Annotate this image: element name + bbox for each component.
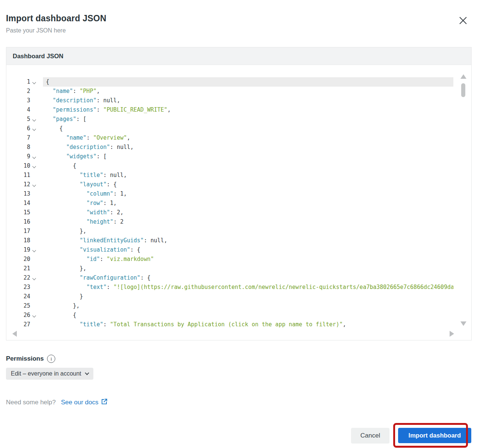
code-line[interactable]: 26 { — [6, 311, 471, 320]
fold-chevron-icon[interactable] — [32, 127, 36, 131]
close-button[interactable] — [457, 15, 469, 27]
fold-column — [30, 143, 38, 152]
line-number: 19 — [6, 245, 30, 255]
code-text: { — [43, 124, 453, 133]
scroll-right-icon[interactable] — [450, 331, 454, 337]
fold-column[interactable] — [30, 180, 38, 189]
fold-column — [30, 227, 38, 236]
code-text: }, — [43, 227, 453, 236]
line-number: 4 — [6, 105, 30, 115]
docs-link-label: See our docs — [61, 399, 98, 406]
code-line[interactable]: 19 "visualization": { — [6, 245, 471, 255]
see-our-docs-link[interactable]: See our docs — [61, 398, 108, 407]
code-line[interactable]: 7 "name": "Overview", — [6, 133, 471, 143]
code-line[interactable]: 2 "name": "PHP", — [6, 87, 471, 96]
code-line[interactable]: 27 "title": "Total Transactions by Appli… — [6, 320, 471, 329]
code-line[interactable]: 5 "pages": [ — [6, 115, 471, 124]
fold-column[interactable] — [30, 152, 38, 161]
code-line[interactable]: 23 "text": "![logo](https://raw.githubus… — [6, 283, 471, 292]
cancel-button[interactable]: Cancel — [351, 428, 389, 444]
fold-chevron-icon[interactable] — [32, 183, 36, 187]
code-line[interactable]: 20 "id": "viz.markdown" — [6, 255, 471, 264]
code-line[interactable]: 4 "permissions": "PUBLIC_READ_WRITE", — [6, 105, 471, 115]
scroll-up-icon[interactable] — [460, 74, 466, 79]
fold-chevron-icon[interactable] — [32, 314, 36, 318]
fold-column[interactable] — [30, 161, 38, 171]
scroll-left-icon[interactable] — [12, 331, 17, 337]
line-number: 10 — [6, 161, 30, 171]
code-line[interactable]: 18 "linkedEntityGuids": null, — [6, 236, 471, 245]
code-text: { — [43, 161, 453, 171]
code-text: "column": 1, — [43, 189, 453, 199]
code-text: "description": null, — [43, 96, 453, 105]
code-text: "width": 2, — [43, 208, 453, 217]
code-line[interactable]: 22 "rawConfiguration": { — [6, 273, 471, 283]
modal-header: Import dashboard JSON Paste your JSON he… — [6, 13, 106, 34]
code-line[interactable]: 24 } — [6, 292, 471, 301]
json-editor[interactable]: 1{2 "name": "PHP",3 "description": null,… — [6, 65, 471, 340]
fold-column[interactable] — [30, 245, 38, 255]
line-number: 7 — [6, 133, 30, 143]
code-line[interactable]: 10 { — [6, 161, 471, 171]
fold-column — [30, 255, 38, 264]
line-number: 23 — [6, 283, 30, 292]
dashboard-json-panel: Dashboard JSON 1{2 "name": "PHP",3 "desc… — [6, 47, 472, 340]
code-line[interactable]: 12 "layout": { — [6, 180, 471, 189]
fold-column[interactable] — [30, 77, 38, 87]
line-number: 9 — [6, 152, 30, 161]
fold-chevron-icon[interactable] — [32, 249, 36, 252]
code-line[interactable]: 9 "widgets": [ — [6, 152, 471, 161]
code-text: "id": "viz.markdown" — [43, 255, 453, 264]
fold-chevron-icon[interactable] — [32, 165, 36, 168]
fold-chevron-icon[interactable] — [32, 155, 36, 159]
line-number: 17 — [6, 227, 30, 236]
line-number: 14 — [6, 199, 30, 208]
code-line[interactable]: 17 }, — [6, 227, 471, 236]
line-number: 26 — [6, 311, 30, 320]
code-line[interactable]: 16 "height": 2 — [6, 217, 471, 227]
line-number: 6 — [6, 124, 30, 133]
fold-column[interactable] — [30, 311, 38, 320]
help-prompt: Need some help? — [6, 399, 56, 406]
line-number: 2 — [6, 87, 30, 96]
info-icon[interactable]: i — [47, 355, 55, 363]
fold-column — [30, 171, 38, 180]
fold-chevron-icon[interactable] — [32, 118, 36, 122]
fold-column — [30, 199, 38, 208]
fold-column — [30, 208, 38, 217]
code-lines: 1{2 "name": "PHP",3 "description": null,… — [6, 65, 471, 329]
code-line[interactable]: 15 "width": 2, — [6, 208, 471, 217]
code-text: { — [43, 311, 453, 320]
fold-column[interactable] — [30, 124, 38, 133]
line-number: 15 — [6, 208, 30, 217]
code-line[interactable]: 21 }, — [6, 264, 471, 273]
line-number: 5 — [6, 115, 30, 124]
page-title: Import dashboard JSON — [6, 13, 106, 24]
code-line[interactable]: 3 "description": null, — [6, 96, 471, 105]
scroll-down-icon[interactable] — [460, 321, 466, 326]
code-line[interactable]: 6 { — [6, 124, 471, 133]
vertical-scrollbar-thumb[interactable] — [461, 83, 465, 97]
line-number: 1 — [6, 77, 30, 87]
close-icon — [457, 15, 469, 27]
code-line[interactable]: 14 "row": 1, — [6, 199, 471, 208]
page-subtitle: Paste your JSON here — [6, 27, 106, 34]
line-number: 22 — [6, 273, 30, 283]
code-line[interactable]: 11 "title": null, — [6, 171, 471, 180]
fold-column[interactable] — [30, 273, 38, 283]
fold-chevron-icon[interactable] — [32, 81, 36, 84]
fold-chevron-icon[interactable] — [32, 277, 36, 280]
permissions-dropdown[interactable]: Edit – everyone in account — [6, 368, 93, 380]
fold-column[interactable] — [30, 115, 38, 124]
panel-header: Dashboard JSON — [6, 47, 471, 65]
code-line[interactable]: 8 "description": null, — [6, 143, 471, 152]
code-line[interactable]: 1{ — [6, 77, 471, 87]
code-line[interactable]: 13 "column": 1, — [6, 189, 471, 199]
code-text: "title": null, — [43, 171, 453, 180]
code-line[interactable]: 25 }, — [6, 301, 471, 311]
fold-column — [30, 133, 38, 143]
fold-column — [30, 301, 38, 311]
line-number: 8 — [6, 143, 30, 152]
import-dashboard-button[interactable]: Import dashboard — [398, 428, 471, 443]
code-text: "row": 1, — [43, 199, 453, 208]
